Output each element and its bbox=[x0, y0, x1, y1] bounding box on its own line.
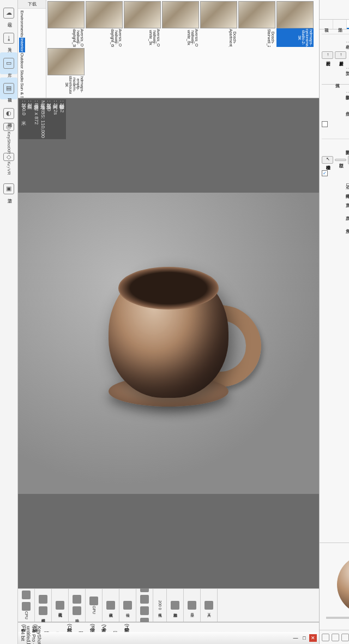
tool-anim[interactable]: ◐动画 bbox=[0, 103, 17, 124]
tab-project[interactable]: 项目 bbox=[320, 20, 333, 29]
btn-workspace[interactable]: 工作区 bbox=[20, 590, 32, 600]
size-section[interactable]: ▼尺寸和映射 bbox=[322, 132, 349, 139]
app-title: KeyShot 9.3 Pro - untitled.bip - 64 bit bbox=[20, 626, 42, 644]
project-tabs: 项目 场景 材质 环境 照明 相机 图像 bbox=[320, 20, 349, 29]
btn-denoise[interactable]: 去噪 bbox=[122, 600, 134, 611]
thumb-4[interactable]: Dosch-Apartment_2k bbox=[200, 1, 237, 47]
menu-camera[interactable]: 相机(C) bbox=[66, 624, 73, 631]
left-toolbar: ☁云端 ⭳导入 ▭库 ▤项目 ◐动画 ◎KeyShotXR ◇K𝑒𝑦VR ▣渲染 bbox=[0, 0, 18, 644]
window-max-button[interactable]: □ bbox=[300, 634, 308, 642]
multilayer-button[interactable]: ← 多层材质 bbox=[335, 51, 346, 59]
window-min-button[interactable]: — bbox=[292, 634, 299, 642]
tool-ksvr[interactable]: ◇K𝑒𝑦VR bbox=[0, 153, 17, 175]
material-graph-button[interactable]: ← 材质图 bbox=[322, 51, 333, 59]
menu-render[interactable]: 渲染(R) bbox=[89, 624, 96, 631]
properties-panel: 项目 场景 材质 环境 照明 相机 图像 材质 名称: ← 材质图 ← 多层材质… bbox=[319, 0, 349, 644]
tree-studio[interactable]: Studio bbox=[19, 69, 25, 83]
path-label: 映射类型: bbox=[322, 92, 349, 93]
tree-interior[interactable]: Interior bbox=[19, 38, 25, 52]
btn-pause[interactable]: 暂停 bbox=[37, 594, 49, 605]
render-area bbox=[18, 193, 319, 494]
btn-move[interactable]: 移动 bbox=[71, 606, 83, 616]
sync-checkbox[interactable]: ✓ bbox=[322, 170, 328, 176]
tab-material[interactable]: 材质 bbox=[347, 20, 349, 29]
tool-cloud[interactable]: ☁云端 bbox=[0, 2, 17, 24]
tree-sunsky[interactable]: Sun & Sky bbox=[19, 82, 25, 98]
tool-project[interactable]: ▤项目 bbox=[0, 77, 17, 99]
thumb-0[interactable]: Aversis_Office-hallway-daylight_3k bbox=[47, 1, 85, 47]
footer-grid-icon[interactable] bbox=[322, 634, 329, 641]
uvscale-label: 沿 UV 方向移动 bbox=[322, 182, 349, 190]
properties-body: 材质 名称: ← 材质图 ← 多层材质 类型: 属性 金属 属性 纹理 标签 映… bbox=[320, 29, 349, 542]
library-thumbnails: Aversis_Office-hallway-daylight_3k Avers… bbox=[46, 0, 319, 98]
library-panel: 下载 Environments Interior Outdoor Studio … bbox=[18, 0, 319, 98]
library-tree-header: 下载 bbox=[18, 0, 46, 9]
thumb-6[interactable]: hdrmaps-cyclorama-studio-2-3K bbox=[276, 1, 314, 47]
thumb-3[interactable]: Aversis_Office-hallway-white_6k bbox=[162, 1, 199, 47]
footer-link-icon[interactable] bbox=[341, 634, 349, 641]
library-tree-pane: 下载 Environments Interior Outdoor Studio … bbox=[18, 0, 46, 98]
panel-header: 材质 bbox=[322, 32, 349, 34]
name-label: 名称: bbox=[322, 41, 349, 43]
thumb-2[interactable]: Aversis_Office-hallway-white_3k bbox=[124, 1, 161, 47]
preview-sphere bbox=[337, 554, 349, 615]
viewport[interactable]: 每秒帧数: 29.2 时间: 2s 2s 三角形: 220 三角形NURBS: … bbox=[18, 98, 319, 588]
library-tree: Environments Interior Outdoor Studio Sun… bbox=[18, 9, 46, 98]
thumb-5[interactable]: Dosch-Stairwell_2k bbox=[238, 1, 275, 47]
btn-zoom[interactable]: 缩放 bbox=[139, 606, 151, 616]
preview-zoom-slider[interactable] bbox=[326, 617, 349, 619]
thumb-1[interactable]: Aversis_Office-hallway-daylight_6k bbox=[86, 1, 123, 47]
tool-import[interactable]: ⭳导入 bbox=[0, 27, 17, 49]
btn-addcam[interactable]: 添加相机 bbox=[169, 600, 181, 611]
btn-fav[interactable]: 收藏夹 bbox=[105, 600, 117, 611]
material-big-preview: 全展组高度 bbox=[320, 542, 349, 630]
properties-footer bbox=[320, 630, 349, 644]
btn-pan[interactable]: 移动 bbox=[139, 594, 151, 605]
menu-help[interactable]: 帮助(H) bbox=[123, 624, 130, 631]
main-column: 下载 Environments Interior Outdoor Studio … bbox=[18, 0, 319, 644]
thumb-7[interactable]: hdrmaps-empty-modern-storehouse-3K bbox=[47, 48, 85, 94]
btn-tools[interactable]: 工具 bbox=[203, 600, 215, 611]
type-label: 类型: bbox=[322, 68, 349, 69]
menu-view[interactable]: 查看(V) bbox=[100, 624, 107, 631]
invert-checkbox[interactable] bbox=[322, 121, 328, 127]
menubar: 文件(F) 编辑(E) 环境 灯光 相机(C) 图像 渲染(R) 查看(V) 窗… bbox=[18, 622, 319, 632]
btn-fov[interactable]: 200 0视角 bbox=[155, 600, 164, 611]
footer-search-icon[interactable] bbox=[332, 634, 339, 641]
btn-gpu[interactable]: GPU bbox=[88, 596, 100, 615]
tree-environments[interactable]: Environments bbox=[19, 10, 25, 38]
tool-ksxr[interactable]: ◎KeyShotXR bbox=[0, 128, 17, 150]
btn-cpu[interactable]: CPU 使用量 bbox=[20, 601, 32, 621]
btn-display[interactable]: 显示 bbox=[186, 600, 198, 611]
tool-render[interactable]: ▣渲染 bbox=[0, 178, 17, 200]
fit-model-button[interactable]: 模型 bbox=[335, 159, 346, 161]
move-texture-button[interactable]: ↙ 移动纹理 bbox=[322, 156, 333, 163]
viewport-stats: 每秒帧数: 29.2 时间: 2s 2s 三角形: 220 三角形NURBS: … bbox=[19, 99, 66, 139]
btn-perfmode[interactable]: 性能模式 bbox=[37, 606, 49, 616]
btn-geomview[interactable]: 几何视图 bbox=[54, 600, 66, 611]
window-close-button[interactable]: ✕ bbox=[309, 634, 317, 642]
proptab-props[interactable]: 属性 bbox=[322, 76, 349, 84]
tab-scene[interactable]: 场景 bbox=[333, 20, 347, 29]
titlebar: KeyShot 9.3 Pro - untitled.bip - 64 bit … bbox=[18, 632, 319, 644]
ribbon-toolbar: 工作区CPU 使用量 暂停性能模式 几何视图 任意移动 GPU 收藏夹 去噪 翻… bbox=[18, 588, 319, 622]
material-preview-small bbox=[320, 0, 349, 20]
tree-outdoor[interactable]: Outdoor bbox=[19, 52, 25, 69]
rendered-mug bbox=[70, 245, 267, 442]
tool-library[interactable]: ▭库 bbox=[0, 52, 17, 74]
btn-any[interactable]: 任意 bbox=[71, 594, 83, 605]
